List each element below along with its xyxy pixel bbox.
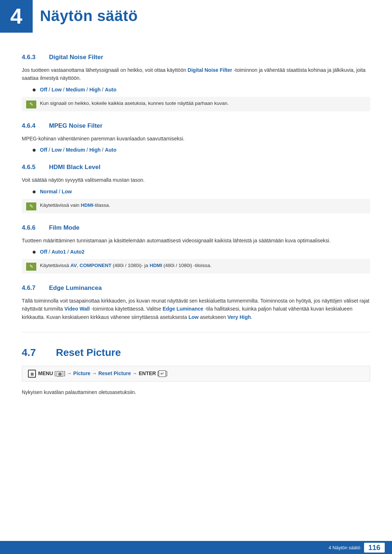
bullet-dot — [33, 89, 36, 91]
section-466-num: 4.6.6 — [22, 224, 42, 231]
section-467-title: Edge Luminancea — [49, 284, 102, 292]
note-text-463: Kun signaali on heikko, kokeile kaikkia … — [40, 100, 229, 107]
section-463-body: Jos tuotteen vastaanottama lähetyssignaa… — [22, 66, 370, 82]
bullet-text-463: Off / Low / Medium / High / Auto — [40, 87, 117, 93]
section-465-heading: 4.6.5 HDMI Black Level — [22, 164, 370, 171]
bullet-dot — [33, 149, 36, 152]
section-47-title: Reset Picture — [56, 347, 121, 358]
footer-page-number: 116 — [364, 543, 385, 553]
bullet-dot — [33, 190, 36, 193]
section-47-heading: 4.7 Reset Picture — [22, 347, 370, 358]
menu-path-text: MENU [▦] → Picture → Reset Picture → ENT… — [38, 370, 167, 377]
section-47-body: Nykyisen kuvatilan palauttaminen oletusa… — [22, 388, 370, 396]
page-footer: 4 Näytön säätö 116 — [0, 541, 392, 554]
section-464-body: MPEG-kohinan vähentäminen paremman kuvan… — [22, 135, 370, 143]
bullet-item: Off / Low / Medium / High / Auto — [33, 87, 370, 93]
section-467-heading: 4.6.7 Edge Luminancea — [22, 284, 370, 292]
note-text-465: Käytettävissä vain HDMI-tilassa. — [40, 202, 110, 209]
section-467-body: Tällä toiminnolla voit tasapainottaa kir… — [22, 297, 370, 321]
bullet-item: Off / Low / Medium / High / Auto — [33, 147, 370, 153]
section-divider — [22, 332, 370, 332]
section-464-num: 4.6.4 — [22, 122, 42, 130]
section-464-bullets: Off / Low / Medium / High / Auto — [33, 147, 370, 153]
note-icon-466 — [26, 263, 36, 271]
section-466-heading: 4.6.6 Film Mode — [22, 224, 370, 231]
section-463-bullets: Off / Low / Medium / High / Auto — [33, 87, 370, 93]
section-463-num: 4.6.3 — [22, 54, 42, 61]
enter-icon: ↵ — [159, 370, 166, 377]
section-466-title: Film Mode — [49, 224, 79, 231]
page-header: 4 Näytön säätö — [0, 0, 392, 43]
section-464-heading: 4.6.4 MPEG Noise Filter — [22, 122, 370, 130]
main-content: 4.6.3 Digital Noise Filter Jos tuotteen … — [0, 54, 392, 423]
chapter-number-block: 4 — [0, 0, 33, 33]
chapter-number: 4 — [10, 5, 22, 27]
bullet-dot — [33, 251, 36, 254]
note-text-466: Käytettävissä AV, COMPONENT (480i / 1080… — [40, 262, 211, 270]
section-466-body: Tuotteen määrittäminen tunnistamaan ja k… — [22, 237, 370, 245]
note-icon-463 — [26, 100, 36, 108]
note-465: Käytettävissä vain HDMI-tilassa. — [22, 199, 370, 213]
note-463: Kun signaali on heikko, kokeile kaikkia … — [22, 97, 370, 111]
note-icon-465 — [26, 202, 36, 210]
section-464-title: MPEG Noise Filter — [49, 122, 102, 130]
page-title: Näytön säätö — [40, 7, 138, 24]
section-47-num: 4.7 — [22, 347, 47, 358]
inline-dnf-bold: Digital Noise Filter — [188, 67, 232, 73]
bullet-item: Normal / Low — [33, 189, 370, 194]
bullet-text-464: Off / Low / Medium / High / Auto — [40, 147, 117, 153]
section-467-num: 4.6.7 — [22, 284, 42, 292]
menu-path-box: ▦ MENU [▦] → Picture → Reset Picture → E… — [22, 366, 370, 382]
bullet-item: Off / Auto1 / Auto2 — [33, 249, 370, 255]
bullet-text-466: Off / Auto1 / Auto2 — [40, 249, 85, 255]
footer-section-label: 4 Näytön säätö — [328, 545, 360, 550]
section-465-num: 4.6.5 — [22, 164, 42, 171]
section-465-bullets: Normal / Low — [33, 189, 370, 194]
section-465-body: Voit säätää näytön syvyyttä valitsemalla… — [22, 176, 370, 184]
section-465-title: HDMI Black Level — [49, 164, 101, 171]
section-463-heading: 4.6.3 Digital Noise Filter — [22, 54, 370, 61]
section-463-title: Digital Noise Filter — [49, 54, 103, 61]
menu-icon: ▦ — [28, 370, 36, 378]
section-466-bullets: Off / Auto1 / Auto2 — [33, 249, 370, 255]
bullet-text-465: Normal / Low — [40, 189, 72, 194]
note-466: Käytettävissä AV, COMPONENT (480i / 1080… — [22, 259, 370, 274]
header-title-area: Näytön säätö — [40, 0, 392, 32]
